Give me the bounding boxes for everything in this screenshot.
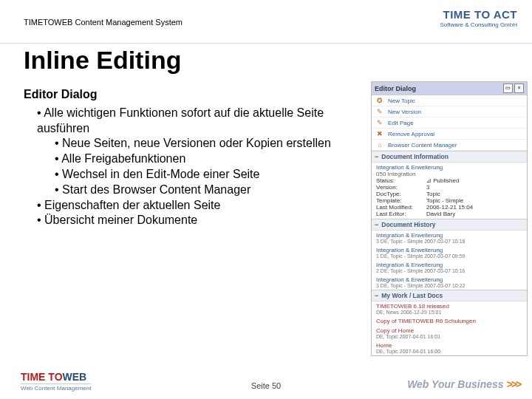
section-document-history[interactable]: −Document History bbox=[372, 219, 527, 231]
panel-editor-dialog-header: Editor Dialog ▭ × bbox=[372, 82, 527, 95]
editor-sidebar: Editor Dialog ▭ × ✪New Topic ✎New Versio… bbox=[371, 81, 528, 356]
body-subtitle: Editor Dialog bbox=[24, 87, 341, 103]
slogan-web-your-business: Web Your Business >>> bbox=[407, 378, 520, 390]
slide-body: Editor Dialog Alle wichtigen Funktionen … bbox=[24, 87, 341, 228]
collapse-icon: − bbox=[375, 153, 378, 160]
window-icon[interactable]: ▭ bbox=[503, 83, 513, 93]
sub-bullet: Neue Seiten, neue Versionen oder Kopien … bbox=[55, 136, 341, 151]
menu-remove-approval[interactable]: ✖Remove Approval bbox=[372, 129, 527, 140]
bullet: Übersicht meiner Dokumente bbox=[37, 213, 341, 228]
edit-icon: ✎ bbox=[376, 108, 383, 115]
history-item[interactable]: Integration & Erweiterung2 DE, Topic - S… bbox=[372, 260, 527, 275]
sub-bullet: Wechsel in den Edit-Mode einer Seite bbox=[55, 167, 341, 183]
mywork-item[interactable]: TIMETOWEB 6.18 releasedDE, News 2006-12-… bbox=[372, 301, 527, 316]
menu-edit-page[interactable]: ✎Edit Page bbox=[372, 117, 527, 129]
close-icon[interactable]: × bbox=[514, 83, 524, 93]
history-item[interactable]: Integration & Erweiterung3 DE, Topic - S… bbox=[372, 231, 527, 245]
edit-icon: ✎ bbox=[376, 119, 383, 126]
star-icon: ✪ bbox=[376, 97, 383, 104]
mywork-item[interactable]: Copy of TIMETOWEB R6 Schulungen bbox=[372, 316, 527, 326]
sub-bullet: Start des Browser Content Manager bbox=[55, 183, 341, 198]
footer: TIME TOWEB Web Content Management Seite … bbox=[0, 365, 532, 395]
home-icon: ⌂ bbox=[376, 141, 383, 149]
bullet: Alle wichtigen Funktionen sofort auf die… bbox=[37, 106, 341, 198]
collapse-icon: − bbox=[375, 221, 378, 228]
remove-icon: ✖ bbox=[376, 130, 383, 137]
header-label: TIMETOWEB Content Management System bbox=[24, 18, 183, 27]
arrows-icon: >>> bbox=[506, 378, 520, 390]
bullet: Eigenschaften der aktuellen Seite bbox=[37, 198, 341, 214]
history-item[interactable]: Integration & Erweiterung3 DE, Topic - S… bbox=[372, 275, 527, 290]
mywork-item[interactable]: HomeDE, Topic 2007-04-01 16:00 bbox=[372, 341, 527, 355]
sub-bullet: Alle Freigabefunktionen bbox=[55, 151, 341, 167]
section-my-work[interactable]: −My Work / Last Docs bbox=[372, 290, 527, 301]
logo-time-to-act: TIME TO ACT Software & Consulting GmbH bbox=[440, 9, 518, 28]
history-item[interactable]: Integration & Erweiterung1 DE, Topic - S… bbox=[372, 245, 527, 260]
doc-info-block: Integration & Erweiterung 050 Integratio… bbox=[372, 163, 527, 219]
doc-info-heading: Integration & Erweiterung bbox=[376, 164, 522, 171]
menu-new-version[interactable]: ✎New Version bbox=[372, 106, 527, 117]
logo-line2: Software & Consulting GmbH bbox=[440, 22, 518, 28]
menu-browser-content-manager[interactable]: ⌂Browser Content Manager bbox=[372, 140, 527, 151]
menu-new-topic[interactable]: ✪New Topic bbox=[372, 95, 527, 106]
section-document-information[interactable]: −Document Information bbox=[372, 151, 527, 163]
collapse-icon: − bbox=[375, 292, 378, 299]
doc-info-sub: 050 Integration bbox=[376, 171, 522, 177]
slide-title: Inline Editing bbox=[24, 46, 181, 75]
logo-line1: TIME TO ACT bbox=[443, 8, 518, 21]
mywork-item[interactable]: Copy of HomeDE, Topic 2007-04-01 16:01 bbox=[372, 326, 527, 341]
